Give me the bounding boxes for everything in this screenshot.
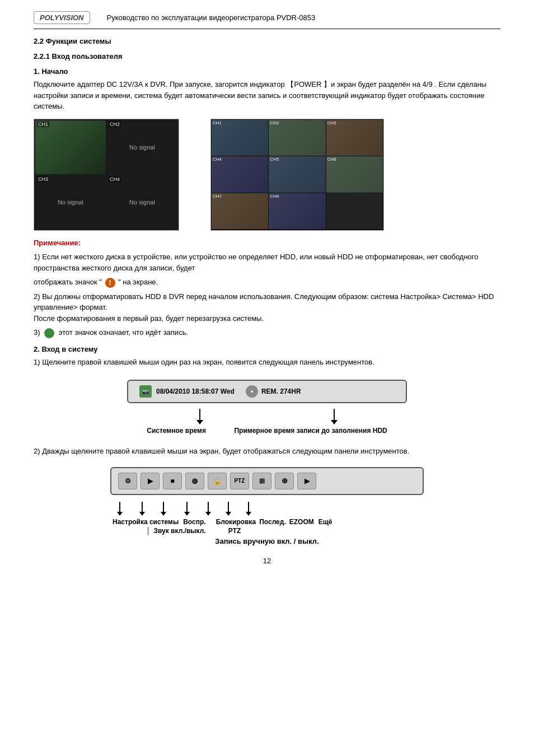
cap-eshe: Ещё: [318, 518, 332, 526]
arrow-blok: [184, 502, 190, 516]
cap-zapis-row: Запись вручную вкл. / выкл.: [110, 537, 424, 545]
arrow-posled: [205, 502, 211, 516]
schedule-button[interactable]: ⊛: [185, 473, 204, 489]
ptz-button[interactable]: PTZ: [230, 473, 249, 489]
dvr-sm-ch4: CH4: [212, 156, 268, 193]
section-2-title: 2. Вход в систему: [34, 345, 500, 353]
section-2-para2: 2) Дважды щелкните правой клавишей мыши …: [34, 446, 500, 457]
dvr-sm-ch8: CH8: [269, 193, 325, 230]
toolbar1-container: 📷 08/04/2010 18:58:07 Wed ● REM. 274HR С…: [34, 374, 500, 444]
note-item1a: отображать значок " " на экране.: [34, 277, 500, 288]
note-item1: 1) Если нет жесткого диска в устройстве,…: [34, 251, 500, 273]
cap-zapis: Запись вручную вкл. / выкл.: [215, 537, 318, 545]
toolbar-rem: REM. 274HR: [261, 388, 301, 395]
ezoom-button[interactable]: ⊕: [275, 473, 294, 489]
caption-system-time: Системное время: [147, 427, 206, 435]
cap-nastroyka: Настройка системы: [113, 518, 179, 526]
section-1-title: 1. Начало: [34, 67, 500, 76]
record-status-icon: [44, 328, 54, 338]
section-2-para1: 1) Щелкните правой клавишей мыши один ра…: [34, 357, 500, 368]
note-section: Примечание: 1) Если нет жесткого диска в…: [34, 237, 500, 338]
ch3-nosignal: No signal: [58, 199, 83, 206]
toolbar-time: 08/04/2010 18:58:07 Wed: [156, 388, 235, 395]
toolbar2-container: ⚙ ▶ ■ ⊛ 🔒 PTZ ⊞ ⊕ ▶: [34, 461, 500, 545]
arrows-row1: [133, 409, 401, 424]
cap-blok: Блокировка: [216, 518, 256, 526]
page-header: POLYVISION Руководство по эксплуатации в…: [34, 11, 500, 29]
hdd-icon: ●: [246, 385, 258, 398]
dvr-cell-ch4: CH4 No signal: [107, 175, 177, 229]
section-2-2-1-title: 2.2.1 Вход пользователя: [34, 52, 500, 60]
arrow-ezoom: [226, 502, 231, 516]
note-label: Примечание:: [34, 237, 500, 249]
captions2-row: Настройка системы Воспр. Блокировка Посл…: [110, 518, 424, 526]
section-1-para1: Подключите адаптер DC 12V/3А к DVR. При …: [34, 79, 500, 112]
arrow-vospr: [139, 502, 145, 516]
header-title: Руководство по эксплуатации видеорегистр…: [107, 13, 316, 22]
section-2-2-1: 2.2.1 Вход пользователя: [34, 52, 500, 60]
toolbar2-bar: ⚙ ▶ ■ ⊛ 🔒 PTZ ⊞ ⊕ ▶: [110, 467, 424, 495]
arrow-down-rem: [331, 409, 338, 424]
rem-section: ● REM. 274HR: [246, 385, 301, 398]
more-button[interactable]: ▶: [297, 473, 316, 489]
cap-zvuk-pipe: │: [146, 527, 151, 535]
logo: POLYVISION: [34, 11, 90, 24]
hdd-warning-icon: [105, 278, 115, 288]
captions2-row2: │ Звук вкл./выкл. PTZ: [110, 527, 424, 535]
dvr-cell-ch2: CH2 No signal: [107, 120, 177, 174]
dvr-9ch-view: CH1 CH2 CH3 CH4 CH5 CH6 CH7 CH8: [210, 119, 384, 231]
cap-zvuk: Звук вкл./выкл.: [154, 527, 206, 535]
ch2-nosignal: No signal: [129, 144, 155, 151]
dvr-sm-ch1: CH1: [212, 120, 268, 156]
spacer: [184, 119, 206, 231]
section-2-2: 2.2 Функции системы: [34, 37, 500, 45]
dvr-sm-ch5: CH5: [269, 156, 325, 193]
section-2-2-title: 2.2 Функции системы: [34, 37, 500, 45]
toolbar1-bar: 📷 08/04/2010 18:58:07 Wed ● REM. 274HR: [127, 380, 407, 403]
time-section: 📷 08/04/2010 18:58:07 Wed: [139, 385, 235, 398]
ch2-label: CH2: [109, 122, 121, 127]
dvr-cell-ch1: CH1: [35, 120, 106, 174]
images-row: CH1 CH2 No signal CH3 No signal CH4 No s…: [34, 119, 500, 231]
cap-ptz: PTZ: [228, 527, 241, 535]
play-button[interactable]: ▶: [140, 473, 160, 489]
ch1-label: CH1: [37, 122, 49, 127]
lock-button[interactable]: 🔒: [208, 473, 227, 489]
ch4-nosignal: No signal: [129, 199, 155, 206]
section-1: 1. Начало Подключите адаптер DC 12V/3А к…: [34, 67, 500, 112]
arrows2-container: [110, 502, 424, 516]
dvr-sm-ch3: CH3: [326, 120, 383, 156]
ch4-label: CH4: [109, 176, 121, 182]
cap-ezoom: EZOOM: [289, 518, 314, 526]
cap-vospr: Воспр.: [183, 518, 205, 526]
arrow-nastroyka: [117, 502, 123, 516]
arrow-down-time: [196, 409, 203, 424]
arrow-zapis: [161, 502, 166, 516]
arrow-eshe: [246, 502, 251, 516]
dvr-sm-ch2: CH2: [269, 120, 325, 156]
camera-icon: 📷: [139, 385, 152, 398]
dvr-sm-ch7: CH7: [212, 193, 268, 230]
settings-button[interactable]: ⚙: [118, 473, 137, 489]
dvr-sm-empty: [326, 193, 383, 230]
dvr-cell-ch3: CH3 No signal: [35, 175, 106, 229]
dvr-4ch-view: CH1 CH2 No signal CH3 No signal CH4 No s…: [34, 119, 179, 231]
note-item3: 3) этот значок означает, что идёт запись…: [34, 327, 500, 338]
caption-hdd-time: Примерное время записи до заполнения HDD: [234, 427, 387, 435]
cap-posled: Послед.: [259, 518, 286, 526]
ch3-label: CH3: [37, 176, 49, 182]
note-item2: 2) Вы должны отформатировать HDD в DVR п…: [34, 291, 500, 324]
stop-button[interactable]: ■: [163, 473, 182, 489]
sequence-button[interactable]: ⊞: [252, 473, 271, 489]
dvr-sm-ch6: CH6: [326, 156, 383, 193]
captions-row1: Системное время Примерное время записи д…: [133, 427, 401, 435]
page-number: 12: [34, 557, 500, 565]
section-2: 2. Вход в систему 1) Щелкните правой кла…: [34, 345, 500, 368]
